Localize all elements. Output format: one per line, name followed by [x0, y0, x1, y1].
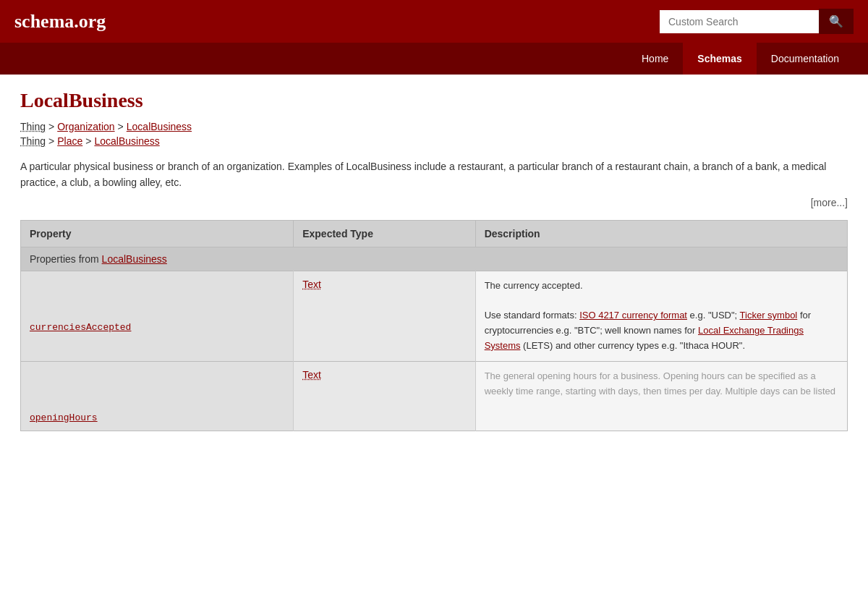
breadcrumb-thing-1[interactable]: Thing: [20, 121, 46, 132]
breadcrumb-sep-1: >: [48, 121, 54, 132]
table-row: currenciesAccepted Text The currency acc…: [21, 271, 848, 361]
breadcrumb-sep-3: >: [48, 135, 54, 147]
nav-item-documentation[interactable]: Documentation: [757, 43, 854, 75]
prop-cell-inner-currencies: currenciesAccepted: [30, 279, 284, 333]
link-ticker[interactable]: Ticker symbol: [740, 310, 798, 321]
search-form: 🔍: [660, 9, 854, 34]
section-label: Properties from LocalBusiness: [21, 247, 848, 271]
table-row: openingHours Text The general opening ho…: [21, 361, 848, 431]
more-link-anchor[interactable]: [more...]: [811, 197, 848, 208]
prop-cell-opening: openingHours: [21, 361, 294, 431]
header: schema.org 🔍: [0, 0, 868, 43]
site-title[interactable]: schema.org: [14, 11, 106, 33]
prop-link-currencies[interactable]: currenciesAccepted: [30, 322, 131, 333]
desc-cell-opening: The general opening hours for a business…: [475, 361, 847, 431]
breadcrumb-localbusiness-2[interactable]: LocalBusiness: [94, 135, 159, 147]
type-cell-opening: Text: [294, 361, 475, 431]
link-lets[interactable]: Local Exchange Tradings Systems: [485, 325, 804, 351]
prop-cell-inner-opening: openingHours: [30, 369, 284, 423]
col-description: Description: [475, 220, 847, 247]
desc-text-currencies: The currency accepted. Use standard form…: [485, 279, 838, 354]
nav-item-home[interactable]: Home: [627, 43, 683, 75]
col-expected-type: Expected Type: [294, 220, 475, 247]
table-header: Property Expected Type Description: [21, 220, 848, 247]
search-button[interactable]: 🔍: [819, 9, 854, 34]
breadcrumb-localbusiness-1[interactable]: LocalBusiness: [127, 121, 192, 132]
section-link-localbusiness[interactable]: LocalBusiness: [102, 253, 167, 265]
schema-table: Property Expected Type Description Prope…: [20, 220, 848, 431]
prop-cell-currencies: currenciesAccepted: [21, 271, 294, 361]
more-link: [more...]: [20, 197, 848, 208]
breadcrumb-sep-2: >: [118, 121, 124, 132]
col-property: Property: [21, 220, 294, 247]
table-body: Properties from LocalBusiness currencies…: [21, 247, 848, 431]
section-row-localbusiness: Properties from LocalBusiness: [21, 247, 848, 271]
breadcrumb-place[interactable]: Place: [57, 135, 82, 147]
search-icon: 🔍: [829, 15, 843, 27]
breadcrumb-1: Thing > Organization > LocalBusiness: [20, 121, 848, 132]
search-input[interactable]: [660, 10, 819, 33]
desc-cell-currencies: The currency accepted. Use standard form…: [475, 271, 847, 361]
nav-item-schemas[interactable]: Schemas: [683, 43, 756, 75]
type-link-text-opening[interactable]: Text: [302, 369, 321, 381]
desc-text-opening: The general opening hours for a business…: [485, 369, 838, 399]
type-link-text-currencies[interactable]: Text: [302, 279, 321, 290]
description: A particular physical business or branch…: [20, 158, 848, 191]
content: LocalBusiness Thing > Organization > Loc…: [0, 75, 868, 446]
breadcrumb-2: Thing > Place > LocalBusiness: [20, 135, 848, 147]
type-cell-currencies: Text: [294, 271, 475, 361]
page-title: LocalBusiness: [20, 89, 848, 112]
breadcrumb-sep-4: >: [85, 135, 91, 147]
link-iso4217[interactable]: ISO 4217 currency format: [579, 310, 687, 321]
section-label-text: Properties from: [30, 253, 102, 265]
breadcrumb-organization[interactable]: Organization: [57, 121, 114, 132]
prop-link-opening[interactable]: openingHours: [30, 412, 98, 423]
table-header-row: Property Expected Type Description: [21, 220, 848, 247]
breadcrumb-thing-2[interactable]: Thing: [20, 135, 46, 147]
nav: Home Schemas Documentation: [0, 43, 868, 75]
